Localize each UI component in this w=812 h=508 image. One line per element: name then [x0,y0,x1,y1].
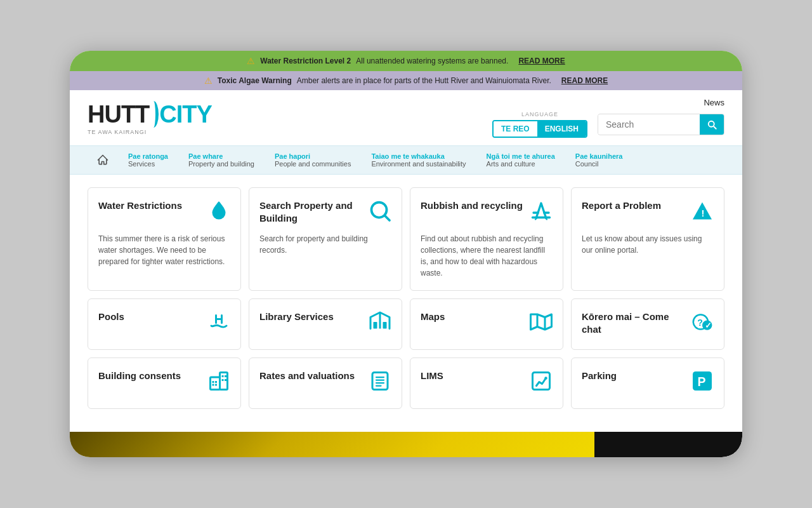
nav-services[interactable]: Pae ratonga Services [118,146,178,174]
logo-subtitle: TE AWA KAIRANGI [88,129,212,135]
search-area [598,114,724,135]
card-report-desc: Let us know about any issues using our o… [582,233,714,256]
card-korero[interactable]: Kōrero mai – Come chat ? ✓ [571,298,724,350]
algae-alert-text: Amber alerts are in place for parts of t… [297,76,551,85]
news-link[interactable]: News [704,98,724,107]
card-rubbish-desc: Find out about rubbish and recycling col… [421,233,553,279]
svg-rect-25 [372,373,388,390]
svg-marker-8 [531,314,552,330]
card-water-title: Water Restrictions [98,199,202,212]
card-library-title: Library Services [259,311,363,323]
svg-rect-19 [222,379,224,381]
card-lims[interactable]: LIMS [410,358,563,409]
home-icon [96,154,109,166]
pool-icon [207,311,230,338]
nav-home[interactable] [88,146,118,174]
cards-row-1: Water Restrictions This summer there is … [88,187,724,291]
cards-row-2: Pools Library Services [88,298,724,350]
search-button[interactable] [700,114,724,135]
water-read-more[interactable]: READ MORE [518,57,565,65]
svg-rect-21 [213,381,214,383]
card-parking-title: Parking [582,370,686,382]
svg-rect-7 [383,322,387,329]
footer-bar [70,432,742,457]
algae-alert-bar: ⚠ Toxic Algae Warning Amber alerts are i… [70,71,742,90]
building-icon [207,370,230,397]
nav-environment[interactable]: Taiao me te whakauka Environment and sus… [361,146,476,174]
card-parking[interactable]: Parking P [571,358,724,409]
language-label: LANGUAGE [521,111,558,117]
card-report-title: Report a Problem [582,199,686,212]
search-icon [706,119,717,130]
library-icon [369,311,391,338]
svg-rect-5 [215,318,223,320]
svg-text:?: ? [697,318,703,328]
lang-buttons: TE REO ENGLISH [492,120,587,138]
svg-rect-15 [211,377,220,390]
main-content: Water Restrictions This summer there is … [70,175,742,432]
svg-rect-30 [533,373,550,390]
svg-text:P: P [698,375,706,389]
card-search-property-title: Search Property and Building [259,199,363,224]
chat-icon: ? ✓ [691,311,714,338]
logo[interactable]: HUTT CITY TE AWA KAIRANGI [88,101,212,135]
card-rates-title: Rates and valuations [259,370,363,382]
header-controls: LANGUAGE TE REO ENGLISH [492,111,724,138]
card-lims-title: LIMS [421,370,525,382]
card-building-title: Building consents [98,370,202,382]
nav-people[interactable]: Pae hapori People and communities [265,146,361,174]
svg-rect-20 [225,379,226,381]
language-selector: LANGUAGE TE REO ENGLISH [492,111,587,138]
card-pools[interactable]: Pools [88,298,241,350]
card-report-problem[interactable]: Report a Problem ! Let us know about any… [571,187,724,291]
card-maps-title: Maps [421,311,525,323]
card-water-restrictions[interactable]: Water Restrictions This summer there is … [88,187,241,291]
svg-rect-22 [215,381,217,383]
search-input[interactable] [598,115,700,134]
svg-rect-17 [222,375,224,377]
svg-text:✓: ✓ [705,321,712,330]
lims-icon [530,370,553,397]
header-right: News LANGUAGE TE REO ENGLISH [492,98,724,138]
footer-gold [70,432,594,457]
map-icon [530,311,553,338]
footer-black [594,432,742,457]
card-rubbish-title: Rubbish and recycling [421,199,525,212]
nav-bar: Pae ratonga Services Pae whare Property … [70,145,742,175]
rates-icon [369,370,391,397]
svg-text:!: ! [702,208,705,218]
card-pools-title: Pools [98,311,202,323]
algae-alert-bold: Toxic Algae Warning [218,76,292,85]
card-search-property-desc: Search for property and building records… [259,233,391,256]
water-drop-icon [207,199,230,227]
water-alert-icon: ⚠ [247,56,255,66]
english-button[interactable]: ENGLISH [537,121,586,137]
recycle-icon [530,199,553,227]
warning-triangle-icon: ! [691,199,714,227]
water-alert-bold: Water Restriction Level 2 [260,57,351,65]
card-library[interactable]: Library Services [249,298,402,350]
card-rates[interactable]: Rates and valuations [249,358,402,409]
logo-city: CITY [159,102,212,126]
card-korero-title: Kōrero mai – Come chat [582,311,686,335]
card-maps[interactable]: Maps [410,298,563,350]
card-rubbish[interactable]: Rubbish and recycling Find out about rub… [410,187,563,291]
search-property-icon [369,199,391,227]
algae-alert-icon: ⚠ [204,76,213,86]
parking-icon: P [691,370,714,397]
cards-row-3: Building consents [88,358,724,409]
card-building-consents[interactable]: Building consents [88,358,241,409]
water-alert-bar: ⚠ Water Restriction Level 2 All unattend… [70,51,742,71]
svg-rect-24 [215,384,217,386]
svg-rect-18 [225,375,226,377]
svg-rect-6 [374,322,377,329]
algae-read-more[interactable]: READ MORE [561,76,608,85]
logo-hutt: HUTT [88,102,149,126]
nav-council[interactable]: Pae kaunihera Council [565,146,633,174]
te-reo-button[interactable]: TE REO [494,121,537,137]
nav-arts[interactable]: Ngā toi me te ahurea Arts and culture [476,146,565,174]
svg-rect-23 [213,384,214,386]
card-search-property[interactable]: Search Property and Building Search for … [249,187,402,291]
nav-property[interactable]: Pae whare Property and building [178,146,265,174]
browser-frame: ⚠ Water Restriction Level 2 All unattend… [70,51,742,457]
